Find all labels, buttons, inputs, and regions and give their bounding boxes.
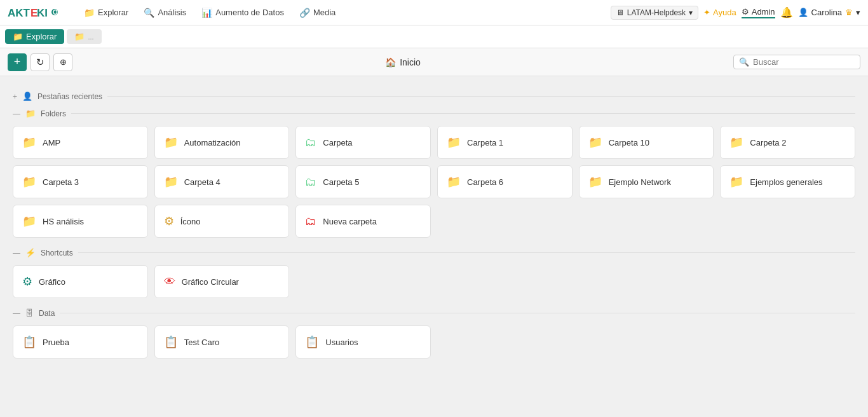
folder-carpeta4-label: Carpeta 4 [184, 177, 220, 187]
folder-automatizacion[interactable]: 📁 Automatización [154, 126, 290, 159]
nav-aumento-datos[interactable]: 📊 Aumento de Datos [195, 5, 290, 20]
refresh-button[interactable]: ↻ [31, 53, 50, 71]
recent-section-header: + 👤 Pestañas recientes [13, 92, 855, 101]
helpdesk-icon: 🖥 [616, 8, 624, 17]
tab-second[interactable]: 📁 ... [67, 29, 101, 44]
shortcuts-label: Shortcuts [41, 249, 73, 257]
admin-settings-icon: ⚙ [742, 7, 749, 17]
folders-label: Folders [41, 109, 66, 118]
folder-ejemplo-network-icon: 📁 [588, 175, 602, 189]
folder-carpeta4[interactable]: 📁 Carpeta 4 [154, 165, 290, 198]
nav-aumento-datos-label: Aumento de Datos [215, 8, 284, 17]
folders-toggle[interactable]: — [13, 109, 20, 118]
svg-text:AKT: AKT [8, 7, 31, 19]
folder-icono[interactable]: ⚙ Ícono [154, 205, 290, 238]
folder-carpeta2[interactable]: 📁 Carpeta 2 [720, 126, 855, 159]
search-box[interactable]: 🔍 [733, 55, 860, 69]
data-usuarios[interactable]: 📋 Usuarios [295, 325, 431, 359]
folder-carpeta10-label: Carpeta 10 [609, 138, 649, 147]
user-menu[interactable]: 👤 Carolina ♛ ▾ [798, 8, 860, 17]
shortcuts-divider [78, 252, 855, 253]
data-usuarios-icon: 📋 [305, 335, 319, 349]
folder-carpeta10-icon: 📁 [588, 135, 602, 149]
share-button[interactable]: ⊕ [53, 53, 72, 71]
data-test-caro[interactable]: 📋 Test Caro [154, 325, 290, 359]
top-navigation: AKT E KI O 📁 Explorar 🔍 Análisis 📊 Aumen… [0, 0, 868, 25]
folder-carpeta5-icon: 🗂 [305, 175, 316, 189]
helpdesk-button[interactable]: 🖥 LATAM-Helpdesk ▾ [611, 6, 698, 20]
folder-ejemplo-network-label: Ejemplo Network [609, 177, 671, 187]
home-icon: 🏠 [385, 57, 396, 67]
user-dropdown-icon: ▾ [856, 8, 860, 17]
user-crown-icon: ♛ [845, 8, 853, 17]
tab-explorar-label: Explorar [26, 32, 57, 41]
helpdesk-label: LATAM-Helpdesk [627, 8, 686, 17]
folder-amp[interactable]: 📁 AMP [13, 126, 148, 159]
admin-button[interactable]: ⚙ Admin [742, 7, 775, 18]
folder-carpeta1-label: Carpeta 1 [467, 138, 503, 147]
main-content: + 👤 Pestañas recientes — 📁 Folders 📁 AMP… [0, 76, 868, 417]
ayuda-button[interactable]: ✦ Ayuda [703, 8, 736, 17]
folder-ejemplo-network[interactable]: 📁 Ejemplo Network [579, 165, 714, 198]
folder-carpeta6-icon: 📁 [447, 175, 461, 189]
folder-amp-icon: 📁 [22, 135, 36, 149]
folder-carpeta3-icon: 📁 [22, 175, 36, 189]
search-icon: 🔍 [739, 57, 749, 67]
folder-carpeta5[interactable]: 🗂 Carpeta 5 [295, 165, 431, 198]
folder-carpeta2-icon: 📁 [729, 135, 743, 149]
folder-carpeta10[interactable]: 📁 Carpeta 10 [579, 126, 714, 159]
media-icon: 🔗 [299, 8, 310, 18]
search-input[interactable] [753, 57, 855, 67]
folder-nueva-carpeta[interactable]: 🗂 Nueva carpeta [295, 205, 431, 238]
ayuda-label: Ayuda [713, 8, 736, 17]
shortcuts-section-header: — ⚡ Shortcuts [13, 248, 855, 257]
data-prueba[interactable]: 📋 Prueba [13, 325, 148, 359]
folder-ejemplos-generales[interactable]: 📁 Ejemplos generales [720, 165, 855, 198]
folder-carpeta6[interactable]: 📁 Carpeta 6 [437, 165, 573, 198]
folders-grid: 📁 AMP 📁 Automatización 🗂 Carpeta 📁 Carpe… [13, 126, 855, 238]
explorar-icon: 📁 [84, 8, 95, 18]
shortcuts-icon: ⚡ [25, 248, 36, 257]
folder-carpeta-icon: 🗂 [305, 136, 316, 149]
data-toggle[interactable]: — [13, 309, 20, 318]
folder-nueva-carpeta-label: Nueva carpeta [323, 217, 377, 226]
folders-section-header: — 📁 Folders [13, 109, 855, 118]
folder-carpeta1[interactable]: 📁 Carpeta 1 [437, 126, 573, 159]
nav-analisis[interactable]: 🔍 Análisis [137, 5, 193, 20]
shortcut-grafico-circular[interactable]: 👁 Gráfico Circular [154, 265, 290, 298]
folder-carpeta3[interactable]: 📁 Carpeta 3 [13, 165, 148, 198]
tab-explorar-icon: 📁 [13, 32, 23, 41]
recent-toggle[interactable]: + [13, 92, 17, 101]
nav-media[interactable]: 🔗 Media [293, 5, 342, 20]
folder-nueva-carpeta-icon: 🗂 [305, 215, 316, 228]
folder-hs-analisis[interactable]: 📁 HS análisis [13, 205, 148, 238]
admin-label: Admin [752, 7, 775, 17]
folder-automatizacion-icon: 📁 [164, 135, 178, 149]
tab-explorar[interactable]: 📁 Explorar [5, 29, 64, 44]
data-usuarios-label: Usuarios [325, 338, 358, 347]
recent-divider [107, 96, 855, 97]
app-logo[interactable]: AKT E KI O [8, 6, 65, 20]
folder-icono-label: Ícono [180, 217, 201, 226]
folders-divider [71, 113, 855, 114]
home-label: Inicio [400, 57, 421, 67]
svg-text:O: O [53, 9, 58, 16]
nav-right-section: 🖥 LATAM-Helpdesk ▾ ✦ Ayuda ⚙ Admin 🔔 👤 C… [611, 6, 860, 20]
folder-carpeta2-label: Carpeta 2 [750, 138, 786, 147]
shortcut-grafico[interactable]: ⚙ Gráfico [13, 265, 148, 298]
notification-bell[interactable]: 🔔 [780, 6, 793, 18]
folder-carpeta[interactable]: 🗂 Carpeta [295, 126, 431, 159]
shortcuts-toggle[interactable]: — [13, 249, 20, 257]
user-name-label: Carolina [811, 8, 842, 17]
tab-bar: 📁 Explorar 📁 ... [0, 25, 868, 48]
nav-explorar-label: Explorar [98, 8, 128, 17]
folder-hs-analisis-label: HS análisis [43, 217, 84, 226]
folder-carpeta5-label: Carpeta 5 [323, 177, 359, 187]
add-button[interactable]: + [8, 53, 27, 71]
shortcut-grafico-icon: ⚙ [22, 275, 32, 289]
nav-explorar[interactable]: 📁 Explorar [78, 5, 135, 20]
shortcut-grafico-circular-label: Gráfico Circular [182, 277, 239, 287]
recent-label: Pestañas recientes [37, 92, 102, 101]
analisis-icon: 🔍 [144, 8, 154, 18]
tab-second-icon: 📁 [74, 32, 85, 41]
